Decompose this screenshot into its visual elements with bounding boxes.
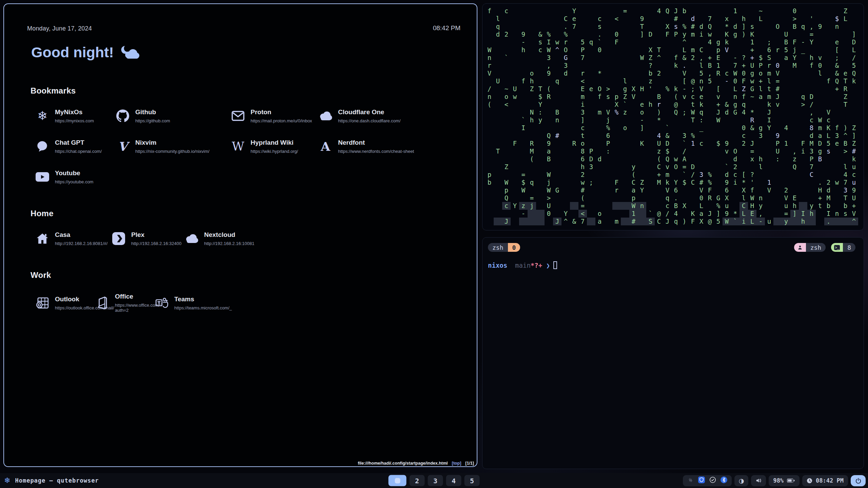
matrix-glyph: =: [748, 147, 756, 155]
matrix-glyph: L: [680, 46, 689, 54]
bookmark-item[interactable]: VNixvimhttps://nix-community.github.io/n…: [111, 139, 226, 154]
matrix-glyph: x: [723, 15, 731, 23]
matrix-glyph: J: [706, 210, 714, 218]
matrix-glyph: f: [824, 77, 833, 85]
matrix-glyph: >: [790, 15, 799, 23]
matrix-glyph: `: [646, 210, 655, 218]
matrix-glyph: -: [519, 210, 528, 218]
shield-icon[interactable]: [698, 476, 705, 485]
matrix-glyph: +: [739, 62, 748, 69]
matrix-glyph: h: [646, 101, 655, 108]
matrix-glyph: b: [646, 69, 655, 77]
session-pane-pill[interactable]: >_ 8: [831, 243, 855, 252]
night-light-toggle[interactable]: ◑: [734, 475, 749, 486]
matrix-glyph: ;: [833, 54, 841, 62]
power-button[interactable]: [851, 475, 866, 486]
matrix-glyph: ': [748, 179, 756, 186]
bookmark-item[interactable]: Teamshttps://teams.microsoft.com/_: [150, 293, 463, 313]
matrix-glyph: O: [561, 46, 570, 54]
bookmark-item[interactable]: ❄MyNixOshttps://mynixos.com: [31, 108, 111, 123]
matrix-glyph: <: [578, 210, 587, 218]
matrix-glyph: m: [689, 30, 697, 38]
workspace-button-2[interactable]: 2: [410, 475, 425, 486]
matrix-glyph: P: [672, 30, 680, 38]
matrix-glyph: @: [672, 101, 680, 108]
matrix-glyph: [: [833, 46, 841, 54]
check-circle-icon[interactable]: [709, 476, 716, 485]
matrix-glyph: V: [629, 93, 638, 101]
bookmark-item[interactable]: ANerdfonthttps://www.nerdfonts.com/cheat…: [314, 139, 463, 154]
matrix-glyph: D: [850, 38, 858, 46]
matrix-glyph: 3: [807, 147, 816, 155]
matrix-glyph: U: [494, 77, 502, 85]
bookmark-item[interactable]: Plexhttp://192.168.2.16:32400: [107, 231, 180, 246]
matrix-glyph: n: [697, 77, 706, 85]
matrix-glyph: g: [756, 124, 765, 132]
matrix-glyph: T: [841, 101, 850, 108]
matrix-glyph: ~: [748, 93, 756, 101]
bookmark-item[interactable]: Githubhttps://github.com: [111, 108, 226, 123]
bookmark-label: Nixvim: [135, 139, 210, 146]
matrix-glyph: [587, 218, 595, 225]
matrix-glyph: q: [494, 23, 502, 30]
matrix-glyph: r: [612, 186, 621, 194]
matrix-glyph: Y: [765, 124, 773, 132]
terminal-shell-window[interactable]: zsh 0 zsh >_ 8 nixos main*?+ ❯: [482, 237, 864, 469]
matrix-glyph: o: [502, 93, 511, 101]
bookmark-item[interactable]: Casahttp://192.168.2.16:8081/#/: [31, 231, 107, 246]
matrix-glyph: m: [612, 218, 621, 225]
bookmark-item[interactable]: Outlookhttps://outlook.office.com/mail/: [31, 293, 91, 313]
matrix-glyph: J: [773, 93, 782, 101]
matrix-glyph: p: [502, 186, 511, 194]
matrix-glyph: q: [672, 218, 680, 225]
workspace-button-3[interactable]: 3: [428, 475, 443, 486]
workspace-button-4[interactable]: 4: [446, 475, 461, 486]
bookmark-item[interactable]: Cloudflare Onehttps://one.dash.cloudflar…: [314, 108, 463, 123]
matrix-glyph: 2: [739, 140, 748, 147]
matrix-glyph: l: [816, 69, 824, 77]
bookmark-item[interactable]: Youtubehttps://youtube.com: [31, 169, 111, 184]
workspace-button-5[interactable]: 5: [465, 475, 480, 486]
bookmark-url: https://www.nerdfonts.com/cheat-sheet: [338, 149, 414, 154]
bookmark-item[interactable]: Nextcloudhttp://192.168.2.16:10081: [180, 231, 463, 246]
matrix-glyph: n: [833, 210, 841, 218]
sync-arrows-icon[interactable]: [687, 477, 694, 485]
bookmark-url: https://mail.proton.me/u/0/inbox: [251, 118, 312, 123]
clock-widget[interactable]: 08:42 PM: [802, 475, 848, 486]
bluetooth-icon[interactable]: [721, 476, 727, 485]
desktop: Monday, June 17, 2024 08:42 PM Good nigh…: [0, 0, 868, 488]
bookmark-item[interactable]: WHyprland Wikihttps://wiki.hyprland.org/: [226, 139, 314, 154]
matrix-glyph: ^: [850, 218, 858, 225]
matrix-glyph: J: [672, 7, 680, 15]
workspace-button-1[interactable]: [389, 475, 407, 486]
shell-prompt[interactable]: nixos main*?+ ❯: [488, 261, 864, 269]
matrix-glyph: W: [629, 202, 638, 210]
session-user-pill[interactable]: zsh: [794, 243, 826, 252]
battery-indicator[interactable]: 98%: [769, 475, 800, 486]
matrix-glyph: U: [748, 62, 756, 69]
matrix-glyph: d: [689, 15, 697, 23]
terminal-matrix-window[interactable]: fWnrV/n(pblqdUTc2`~o<ZWpQcJUwFY9-hf`I=$W…: [482, 3, 864, 230]
greeting-heading: Good night!: [31, 44, 140, 61]
prompt-arrow: ❯: [546, 262, 550, 269]
volume-button[interactable]: [751, 475, 766, 486]
matrix-glyph: [494, 218, 502, 225]
matrix-glyph: F: [511, 140, 519, 147]
tab-name: zsh: [488, 243, 508, 252]
matrix-glyph: r: [765, 62, 773, 69]
matrix-glyph: <: [578, 77, 587, 85]
terminal-tab-zsh[interactable]: zsh 0: [488, 243, 520, 252]
matrix-glyph: J: [765, 108, 773, 116]
bookmark-item[interactable]: Officehttps://www.office.com/?auth=2: [91, 293, 150, 313]
session-shell-label: zsh: [806, 243, 826, 252]
matrix-glyph: z: [621, 108, 629, 116]
matrix-glyph: ): [680, 218, 689, 225]
bookmark-item[interactable]: Protonhttps://mail.proton.me/u/0/inbox: [226, 108, 314, 123]
matrix-glyph: 1: [714, 62, 723, 69]
matrix-glyph: h: [578, 163, 587, 171]
matrix-glyph: 9: [850, 186, 858, 194]
matrix-glyph: Q: [850, 69, 858, 77]
matrix-glyph: W: [485, 46, 494, 54]
bookmark-item[interactable]: Chat GPThttps://chat.openai.com/: [31, 139, 111, 154]
matrix-glyph: x: [748, 155, 756, 163]
